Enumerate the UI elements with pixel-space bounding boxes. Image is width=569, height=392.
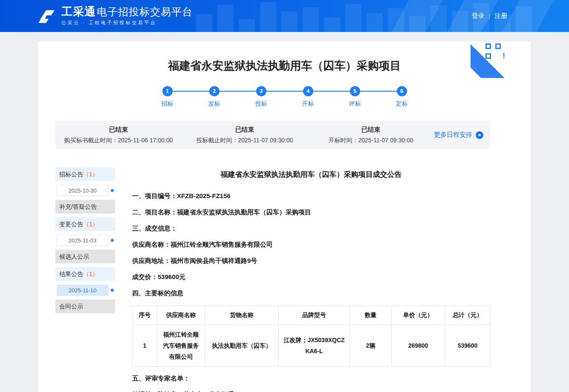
- step-label: 定标: [378, 100, 425, 108]
- logo-title: 工采通电子招投标交易平台: [61, 6, 193, 17]
- progress-step[interactable]: 5 评标: [332, 86, 378, 108]
- step-label: 发标: [191, 100, 238, 108]
- sidebar-item-label: 2025-10-30: [68, 187, 97, 194]
- article-paragraph: 供应商名称：福州江铃全顺汽车销售服务有限公司: [132, 241, 490, 248]
- logo-icon: [38, 9, 56, 24]
- article-paragraph: 四、主要标的信息: [132, 289, 490, 297]
- project-title: 福建省永安监狱执法执勤用车（囚车）采购项目: [38, 58, 531, 73]
- announcement-title: 福建省永安监狱执法执勤用车（囚车）采购项目成交公告: [132, 170, 490, 179]
- step-number: 3: [256, 86, 266, 96]
- auth-divider: |: [489, 13, 490, 19]
- schedule-detail: 投标截止时间：2025-11-07 09:30:00: [182, 137, 308, 144]
- sidebar-item-count: （1）: [83, 171, 98, 178]
- step-number: 1: [162, 86, 173, 96]
- timeline-dot: [111, 239, 114, 242]
- schedule-detail: 开标时间：2025-11-07 09:30:00: [308, 137, 434, 144]
- table-header-cell: 品牌型号: [279, 306, 350, 325]
- article-footer-paragraphs: 五、评审专家名单： 曾泽前、陈铭安、翁东东（业主评委）: [132, 375, 490, 392]
- table-row: 1 福州江铃全顺汽车销售服务有限公司 执法执勤用车（囚车） 江改牌；JX5039…: [133, 325, 491, 367]
- progress-step[interactable]: 3 投标: [238, 86, 285, 108]
- article-paragraph: 供应商地址：福州市闽侯县尚干镇祥通路9号: [132, 257, 490, 265]
- schedule-bar: 已结束 购买标书截止时间：2025-11-06 17:00:00 已结束 投标截…: [55, 121, 490, 149]
- site-logo[interactable]: 工采通电子招投标交易平台 公采云 · 工程电子招投标交易平台: [38, 0, 193, 32]
- sidebar-item[interactable]: 2025-10-30: [57, 185, 108, 196]
- register-link[interactable]: 注册: [494, 12, 507, 20]
- progress-step[interactable]: 1 招标: [144, 86, 191, 108]
- logo-subtitle: 公采云 · 工程电子招投标交易平台: [61, 20, 193, 26]
- step-label: 评标: [332, 100, 378, 108]
- logo-brand-rest: 电子招投标交易平台: [97, 6, 193, 17]
- logo-text: 工采通电子招投标交易平台 公采云 · 工程电子招投标交易平台: [61, 6, 193, 26]
- cell-serial: 1: [133, 325, 157, 367]
- sidebar-item[interactable]: 候选人公示: [55, 250, 115, 263]
- sidebar-item[interactable]: 2025-11-10: [57, 285, 108, 296]
- article-paragraph: 五、评审专家名单：: [132, 375, 490, 382]
- article-paragraph: 二、项目名称：福建省永安监狱执法执勤用车（囚车）采购项目: [132, 208, 490, 216]
- bid-items-table: 序号 供应商名称 货物名称 品牌型号 数量 单价（元） 总计（元）: [132, 306, 491, 367]
- schedule-columns: 已结束 购买标书截止时间：2025-11-06 17:00:00 已结束 投标截…: [55, 126, 434, 144]
- announcement-article: 福建省永安监狱执法执勤用车（囚车）采购项目成交公告 一、项目编号：XFZB-20…: [132, 167, 490, 392]
- sidebar-item-label: 补充/答疑公告: [59, 203, 97, 210]
- cell-goods: 执法执勤用车（囚车）: [205, 325, 279, 367]
- step-label: 开标: [285, 100, 332, 108]
- step-number: 5: [350, 86, 360, 96]
- step-number: 6: [397, 86, 407, 96]
- arrow-circle-icon: ▶: [476, 131, 483, 139]
- sidebar-item[interactable]: 招标公告（1）: [55, 167, 115, 181]
- login-link[interactable]: 登录: [472, 12, 485, 20]
- sidebar-item[interactable]: 结果公告（1）: [55, 267, 115, 281]
- sidebar-item[interactable]: 变更公告（1）: [55, 217, 115, 231]
- sidebar-item-label: 合同公示: [59, 303, 83, 310]
- timeline-dot: [111, 289, 114, 292]
- sidebar-item-label: 2025-11-03: [69, 237, 97, 244]
- sidebar-item-label: 招标公告: [59, 171, 83, 178]
- schedule-status: 已结束: [55, 126, 182, 134]
- cell-quantity: 2辆: [350, 325, 392, 367]
- table-body: 1 福州江铃全顺汽车销售服务有限公司 执法执勤用车（囚车） 江改牌；JX5039…: [133, 325, 491, 367]
- sidebar-item-label: 结果公告: [59, 271, 83, 277]
- article-paragraphs: 一、项目编号：XFZB-2025-FZ156 二、项目名称：福建省永安监狱执法执…: [132, 192, 490, 297]
- table-header-cell: 总计（元）: [445, 306, 491, 325]
- sidebar-item-label: 变更公告: [59, 221, 83, 228]
- progress-step[interactable]: 4 开标: [285, 86, 332, 108]
- progress-step[interactable]: 2 发标: [191, 86, 238, 108]
- more-schedule-label: 更多日程安排: [434, 131, 472, 139]
- table-header-cell: 货物名称: [205, 306, 279, 325]
- progress-step[interactable]: 6 定标: [378, 86, 425, 108]
- content-card: ! 福建省永安监狱执法执勤用车（囚车）采购项目 1 招标 2 发标 3 投标 4…: [38, 41, 531, 392]
- step-number: 4: [303, 86, 313, 96]
- article-paragraph: 一、项目编号：XFZB-2025-FZ156: [132, 192, 490, 200]
- table-header-row: 序号 供应商名称 货物名称 品牌型号 数量 单价（元） 总计（元）: [133, 306, 491, 325]
- schedule-item: 已结束 开标时间：2025-11-07 09:30:00: [308, 126, 434, 144]
- sidebar-item-count: （1）: [83, 271, 98, 277]
- sidebar-item[interactable]: 补充/答疑公告: [55, 200, 115, 213]
- sidebar-item-count: （1）: [83, 221, 98, 228]
- logo-brand: 工采通: [61, 5, 96, 18]
- cell-brand: 江改牌；JX5039XQCZKA6-L: [279, 325, 350, 367]
- sidebar-item[interactable]: 2025-11-03: [57, 235, 108, 246]
- table-header-cell: 供应商名称: [157, 306, 205, 325]
- auth-links: 登录 | 注册: [472, 0, 507, 32]
- step-number: 2: [209, 86, 220, 96]
- progress-steps: 1 招标 2 发标 3 投标 4 开标 5 评标: [38, 86, 531, 108]
- sidebar-item[interactable]: 合同公示: [55, 300, 115, 313]
- schedule-item: 已结束 购买标书截止时间：2025-11-06 17:00:00: [55, 126, 182, 144]
- sidebar-item-label: 2025-11-10: [69, 287, 97, 294]
- site-header: 工采通电子招投标交易平台 公采云 · 工程电子招投标交易平台 登录 | 注册: [0, 0, 569, 32]
- table-header-cell: 数量: [350, 306, 392, 325]
- more-schedule-link[interactable]: 更多日程安排 ▶: [434, 131, 490, 139]
- schedule-status: 已结束: [308, 126, 434, 134]
- step-label: 投标: [238, 100, 285, 108]
- cell-total: 539600: [445, 325, 491, 367]
- cell-supplier: 福州江铃全顺汽车销售服务有限公司: [157, 325, 205, 367]
- table-header-cell: 序号: [133, 306, 157, 325]
- step-label: 招标: [144, 100, 191, 108]
- cell-unit-price: 269800: [392, 325, 445, 367]
- timeline-dot: [111, 189, 114, 192]
- announcement-sidebar: 招标公告（1） 2025-10-30 补充/答疑公告 变更公告（1） 2025-…: [55, 167, 121, 317]
- schedule-detail: 购买标书截止时间：2025-11-06 17:00:00: [55, 137, 182, 144]
- sidebar-item-label: 候选人公示: [59, 253, 89, 260]
- schedule-item: 已结束 投标截止时间：2025-11-07 09:30:00: [182, 126, 308, 144]
- article-paragraph: 三、成交信息：: [132, 225, 490, 232]
- table-header-cell: 单价（元）: [392, 306, 445, 325]
